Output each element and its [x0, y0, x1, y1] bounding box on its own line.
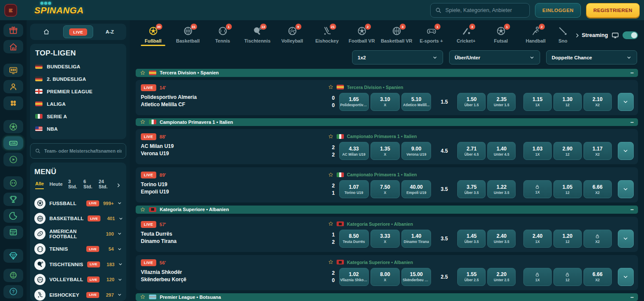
odds-button[interactable]: 1.35 X — [371, 142, 400, 160]
expand-match-button[interactable] — [618, 142, 634, 160]
odds-button[interactable]: 6.66 X2 — [583, 180, 612, 198]
collapse-section-button[interactable]: – — [630, 70, 634, 76]
match-league-link[interactable]: Campionato Primavera 1 • Italien — [347, 172, 417, 177]
expand-match-button[interactable] — [618, 180, 634, 198]
match-league-link[interactable]: Tercera Division • Spanien — [347, 85, 403, 90]
league-section-header[interactable]: Campionato Primavera 1 • Italien – — [136, 118, 638, 126]
sidebar-tab-az[interactable]: A-Z — [95, 25, 125, 38]
sport-tab-basketball[interactable]: 31 Basketball — [170, 23, 205, 43]
match-row[interactable]: LIVE88' AC Milan U19 Verona U19 Campiona… — [136, 129, 638, 164]
rail-item-sports[interactable] — [3, 120, 23, 133]
odds-button[interactable]: 3.33 X — [371, 230, 400, 248]
odds-button[interactable]: 8.50 Teuta Durrës — [339, 230, 369, 248]
collapse-section-button[interactable]: – — [630, 119, 634, 125]
expand-match-button[interactable] — [618, 268, 634, 286]
odds-button[interactable]: 40.00 Empoli U19 — [401, 180, 431, 198]
match-row[interactable]: LIVE89' Torino U19 Empoli U19 Campionato… — [136, 167, 638, 203]
time-filter-24-std-[interactable]: 24 Std. — [99, 179, 110, 191]
odds-button[interactable]: 1.55 Über 2.5 — [457, 268, 486, 286]
top-league-item[interactable]: PREMIER LEAGUE — [35, 85, 121, 98]
chevron-down-icon[interactable] — [118, 262, 123, 267]
time-filter-3-std-[interactable]: 3 Std. — [68, 179, 78, 191]
odds-button[interactable]: 1.22 Unter 3.5 — [487, 180, 516, 198]
favorite-star-icon[interactable] — [140, 119, 146, 125]
sport-tab-cricket-[interactable]: 3 Cricket+ — [449, 23, 483, 43]
rail-item-live-casino[interactable] — [3, 80, 23, 93]
sport-tab-eishockey[interactable]: 21 Eishockey — [310, 23, 344, 43]
brand-logo[interactable]: SPINANGA — [22, 5, 84, 15]
odds-button[interactable]: 1.40 Dinamo Tirana — [401, 230, 431, 248]
odds-button[interactable]: 1.30 12 — [553, 93, 582, 111]
rail-item-home[interactable] — [3, 40, 23, 53]
match-league-link[interactable]: Kategoria Superiore • Albanien — [347, 221, 413, 227]
sport-menu-item[interactable]: VOLLEYBALL LIVE 120 — [34, 272, 122, 288]
chevron-down-icon[interactable] — [117, 292, 122, 297]
odds-button[interactable]: 7.50 X — [371, 180, 400, 198]
sidebar-tab-home[interactable] — [32, 25, 61, 38]
chevron-down-icon[interactable] — [118, 277, 122, 282]
sport-tab-tennis[interactable]: 1 Tennis — [205, 23, 240, 43]
odds-button[interactable]: 5.10 Atletico Melill... — [401, 93, 431, 111]
odds-button[interactable]: 2.40 Unter 3.5 — [487, 230, 516, 248]
favorite-star-icon[interactable] — [328, 259, 334, 265]
odds-button[interactable]: 2.40 1X — [523, 230, 552, 248]
sport-menu-item[interactable]: TENNIS LIVE 54 — [34, 242, 122, 257]
rail-item-games[interactable] — [3, 96, 23, 110]
odds-button[interactable]: 12 — [553, 268, 582, 286]
odds-button[interactable]: 1.20 12 — [553, 230, 582, 248]
sport-tab-football-vr[interactable]: 2 Football VR — [344, 23, 379, 43]
rail-item-tournaments[interactable] — [3, 193, 23, 206]
expand-match-button[interactable] — [618, 230, 634, 248]
odds-button[interactable]: 3.75 Über 3.5 — [457, 180, 486, 198]
match-row[interactable]: LIVE56' Vllaznia Shkodër Skënderbeu Korç… — [136, 255, 638, 290]
sport-tab-futsal[interactable]: 1 Futsal — [483, 23, 518, 43]
collapse-section-button[interactable]: – — [630, 206, 634, 212]
match-league-link[interactable]: Kategoria Superiore • Albanien — [347, 260, 413, 265]
time-filter-6-std-[interactable]: 6 Std. — [83, 179, 93, 191]
expand-match-button[interactable] — [618, 93, 634, 111]
streaming-toggle[interactable] — [623, 31, 638, 39]
top-league-item[interactable]: BUNDESLIGA — [35, 60, 121, 73]
odds-button[interactable]: 1X — [523, 180, 552, 198]
odds-button[interactable]: 15.00 Skënderbeu K... — [401, 268, 431, 286]
odds-button[interactable]: 3.10 X — [371, 93, 400, 111]
top-league-item[interactable]: SERIE A — [35, 110, 121, 123]
sport-tab-e-sports-[interactable]: 1 E-sports + — [414, 23, 449, 43]
sport-menu-item[interactable]: EISHOCKEY LIVE 297 — [34, 287, 122, 301]
team-search-input[interactable] — [44, 148, 122, 154]
favorite-star-icon[interactable] — [328, 221, 334, 227]
odds-button[interactable]: 1.02 Vllaznia Shkod... — [339, 268, 369, 286]
sport-menu-item[interactable]: BASKETBALL LIVE 401 — [34, 211, 122, 227]
register-button[interactable]: REGISTRIEREN — [586, 3, 640, 18]
odds-button[interactable]: 1.15 1X — [523, 93, 552, 111]
time-filter-heute[interactable]: Heute — [49, 181, 63, 189]
time-filter-alle[interactable]: Alle — [35, 181, 44, 189]
rail-item-night-mode[interactable] — [3, 209, 23, 222]
global-search[interactable] — [430, 3, 530, 18]
sport-tab-sno[interactable]: Sno — [553, 23, 573, 43]
odds-button[interactable]: 1X — [523, 268, 552, 286]
market-select-doppelte-chance[interactable]: Doppelte Chance — [546, 50, 637, 64]
league-section-header[interactable]: Kategoria Superiore • Albanien – — [136, 206, 638, 214]
odds-button[interactable]: 2.90 12 — [553, 142, 582, 160]
sport-tab-handball[interactable]: 2 Handball — [518, 23, 553, 43]
sport-tab-volleyball[interactable]: 9 Volleyball — [275, 23, 310, 43]
favorite-star-icon[interactable] — [140, 70, 146, 76]
odds-button[interactable]: 1.17 X2 — [583, 142, 612, 160]
rail-item-help[interactable]: ? — [3, 285, 23, 298]
rail-item-promotions[interactable] — [3, 24, 23, 37]
league-section-header[interactable]: Premier League • Botsuana – — [136, 293, 638, 301]
odds-button[interactable]: 1.40 Unter 4.5 — [487, 142, 516, 160]
chevron-down-icon[interactable] — [118, 216, 123, 221]
odds-button[interactable]: 1.07 Torino U19 — [339, 180, 369, 198]
sidebar-tab-live[interactable]: LIVE — [63, 25, 94, 38]
sport-tab-fu-ball[interactable]: 30 Fußball — [136, 23, 170, 43]
odds-button[interactable]: 2.71 Über 4.5 — [457, 142, 486, 160]
rail-item-virtual-sports[interactable] — [3, 153, 23, 166]
odds-button[interactable]: 1.45 Über 3.5 — [457, 230, 486, 248]
global-search-input[interactable] — [445, 7, 525, 13]
top-league-item[interactable]: NBA — [35, 123, 121, 135]
time-filter-more-button[interactable] — [116, 183, 121, 188]
match-row[interactable]: LIVE57' Teuta Durrës Dinamo Tirana Kateg… — [136, 217, 638, 252]
market-select-1x2[interactable]: 1x2 — [352, 50, 443, 64]
